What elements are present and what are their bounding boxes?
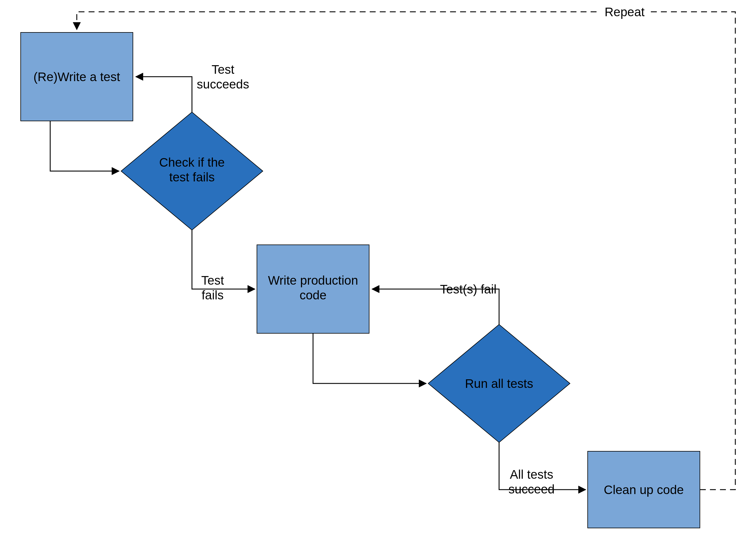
node-write-prod: Write production code [257,245,369,333]
node-check-fails: Check if the test fails [121,112,263,230]
edge-all-succeed-label-2: succeed [509,482,555,496]
node-write-prod-label-2: code [299,288,326,302]
edge-test-fails-label-2: fails [202,288,224,302]
node-run-all-label: Run all tests [465,377,533,391]
node-run-all: Run all tests [428,324,570,443]
node-check-fails-label-1: Check if the [159,155,225,169]
node-write-prod-label-1: Write production [268,273,358,287]
edge-prod-to-run [313,333,426,383]
node-check-fails-label-2: test fails [169,170,215,184]
edge-tests-fail-label: Test(s) fail [440,282,496,296]
edge-repeat-label: Repeat [604,5,645,19]
node-write-test: (Re)Write a test [21,32,133,121]
edge-test-succeeds-line [136,77,192,112]
edge-write-to-check [50,121,119,171]
node-write-test-label: (Re)Write a test [33,70,120,84]
node-clean-up: Clean up code [588,451,700,528]
node-clean-up-label: Clean up code [604,483,684,497]
edge-test-succeeds-label-2: succeeds [197,77,249,91]
edge-all-succeed-label-1: All tests [510,467,553,481]
edge-test-fails-label-1: Test [201,273,224,287]
edge-test-succeeds-label-1: Test [212,63,234,77]
tdd-flowchart: (Re)Write a test Check if the test fails… [0,0,756,538]
